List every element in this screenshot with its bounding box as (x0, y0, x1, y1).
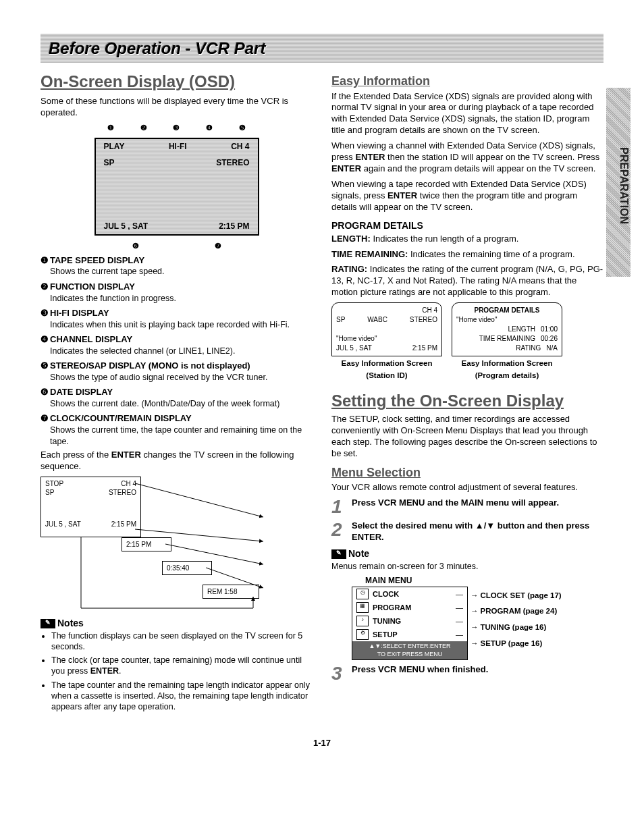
def-num: ❺ (41, 360, 50, 372)
main-menu-title: MAIN MENU (365, 576, 603, 587)
right-column: Easy Information If the Extended Data Se… (331, 68, 603, 718)
menu-target: TUNING (page 16) (481, 623, 547, 631)
def-num: ❹ (41, 334, 50, 346)
note-text: Menus remain on-screen for 3 minutes. (331, 561, 603, 572)
svg-line-1 (135, 529, 263, 541)
menu-footer-line: ▲▼:SELECT ENTER:ENTER (355, 643, 464, 651)
def-num: ❸ (41, 308, 50, 319)
osd-definitions: ❶TAPE SPEED DISPLAY Shows the current ta… (41, 255, 313, 447)
callout-7: ❼ (215, 241, 221, 250)
menu-targets: CLOCK SET (page 17) PROGRAM (page 24) TU… (471, 587, 562, 651)
svg-line-0 (135, 483, 263, 517)
note-item: The function displays can be seen displa… (51, 630, 313, 653)
enter-sequence-para: Each press of the ENTER changes the TV s… (41, 450, 313, 473)
menu-footer-line: TO EXIT PRESS MENU (355, 651, 464, 659)
callouts-top: ❶ ❷ ❸ ❹ ❺ (95, 123, 259, 132)
mini-caption: (Program details) (452, 371, 562, 381)
m-text: 00:26 (541, 334, 558, 344)
step-text: Select the desired menu with ▲/▼ button … (352, 520, 603, 543)
def-num: ❻ (41, 387, 50, 398)
pd-rating: RATING: Indicates the rating of the curr… (331, 264, 603, 298)
notes-list: The function displays can be seen displa… (51, 630, 313, 713)
clock-icon: ◷ (356, 589, 369, 599)
osd-play: PLAY (104, 142, 125, 153)
pd-time-remaining: TIME REMAINING: Indicates the remaining … (331, 249, 603, 261)
callout-3: ❸ (173, 123, 180, 132)
menu-target: SETUP (page 16) (481, 639, 543, 647)
def-num: ❼ (41, 413, 50, 425)
setting-osd-para: The SETUP, clock setting, and timer reco… (331, 414, 603, 460)
sequence-diagram: STOPCH 4 SPSTEREO JUL 5 , SAT2:15 PM 2:1… (41, 477, 270, 612)
step-number-icon: 1 (331, 497, 348, 516)
mini-caption: (Station ID) (331, 371, 442, 381)
osd-intro: Some of these functions will be displaye… (41, 96, 313, 119)
heading-osd: On-Screen Display (OSD) (41, 71, 313, 92)
heading-setting-osd: Setting the On-Screen Display (331, 390, 603, 411)
def-desc: Shows the type of audio signal received … (50, 372, 313, 383)
menu-footer: ▲▼:SELECT ENTER:ENTER TO EXIT PRESS MENU (352, 641, 467, 659)
mini-screen-program-details: PROGRAM DETAILS "Home video" LENGTH01:00… (452, 302, 562, 381)
step-number-icon: 3 (331, 664, 348, 683)
def-num: ❶ (41, 255, 50, 267)
heading-easy-info: Easy Information (331, 74, 603, 89)
def-num: ❷ (41, 281, 50, 293)
step-2: 2 Select the desired menu with ▲/▼ butto… (331, 520, 603, 543)
step-text: Press VCR MENU when finished. (352, 664, 488, 676)
svg-line-2 (165, 544, 263, 564)
osd-sample-screen: PLAY HI-FI CH 4 SP STEREO JUL 5 , SAT 2:… (95, 138, 259, 236)
heading-program-details: PROGRAM DETAILS (331, 219, 603, 232)
m-text: CH 4 (422, 306, 437, 315)
easy-info-p2: When viewing a channel with Extended Dat… (331, 140, 603, 175)
section-banner: Before Operation - VCR Part (41, 34, 603, 63)
callout-5: ❺ (239, 123, 246, 132)
main-menu-box: ◷CLOCK— ▦PROGRAM— ♪TUNING— ⚙SETUP— ▲▼:SE… (352, 587, 468, 660)
callout-4: ❹ (206, 123, 213, 132)
def-desc: Shows the current date. (Month/Date/Day … (50, 398, 313, 409)
osd-hifi: HI-FI (169, 142, 187, 153)
m-text: STEREO (410, 315, 437, 325)
menu-selection-para: Your VCR allows remote control adjustmen… (331, 482, 603, 493)
def-desc: Indicates when this unit is playing back… (50, 319, 313, 330)
step-number-icon: 2 (331, 520, 348, 539)
tuning-icon: ♪ (356, 616, 369, 626)
note-heading: ✎Note (331, 547, 603, 560)
mini-screen-station-id: CH 4 SPWABCSTEREO "Home video" JUL 5 , S… (331, 302, 442, 381)
osd-speed: SP (104, 158, 115, 169)
heading-menu-selection: Menu Selection (331, 465, 603, 481)
notes-icon: ✎ (331, 549, 346, 559)
def-desc: Indicates the function in progress. (50, 293, 313, 304)
setup-icon: ⚙ (356, 629, 369, 640)
def-desc: Indicates the selected channel (or LINE1… (50, 346, 313, 356)
step-3: 3 Press VCR MENU when finished. (331, 664, 603, 683)
m-text: 2:15 PM (412, 344, 437, 353)
menu-item: PROGRAM (373, 603, 452, 612)
page-number: 1-17 (41, 738, 603, 749)
def-title: CLOCK/COUNT/REMAIN DISPLAY (50, 413, 192, 423)
sequence-arrows-icon (41, 477, 270, 612)
note-item: The tape counter and the remaining tape … (51, 680, 313, 713)
svg-line-3 (206, 568, 263, 588)
m-text: "Home video" (336, 334, 377, 344)
m-text: RATING (516, 344, 541, 353)
def-title: FUNCTION DISPLAY (50, 281, 135, 292)
notes-heading: ✎Notes (41, 617, 313, 629)
step-1: 1 Press VCR MENU and the MAIN menu will … (331, 497, 603, 516)
osd-clock: 2:15 PM (219, 221, 249, 232)
menu-item: TUNING (373, 616, 452, 626)
main-menu-diagram: ◷CLOCK— ▦PROGRAM— ♪TUNING— ⚙SETUP— ▲▼:SE… (331, 587, 603, 660)
osd-stereo: STEREO (216, 158, 249, 169)
callout-1: ❶ (107, 123, 114, 132)
def-title: HI-FI DISPLAY (50, 308, 109, 318)
m-text: TIME REMAINING (479, 334, 535, 344)
def-title: CHANNEL DISPLAY (50, 334, 132, 344)
notes-icon: ✎ (41, 619, 55, 628)
callout-6: ❻ (132, 241, 139, 250)
left-column: On-Screen Display (OSD) Some of these fu… (41, 68, 313, 718)
easy-info-p1: If the Extended Data Service (XDS) signa… (331, 91, 603, 137)
mini-caption: Easy Information Screen (331, 358, 442, 369)
m-text: WABC (367, 315, 387, 325)
menu-item: SETUP (373, 630, 452, 639)
m-text: 01:00 (541, 325, 558, 334)
callouts-bottom: ❻ ❼ (95, 241, 259, 250)
notes-label: Notes (57, 618, 84, 628)
